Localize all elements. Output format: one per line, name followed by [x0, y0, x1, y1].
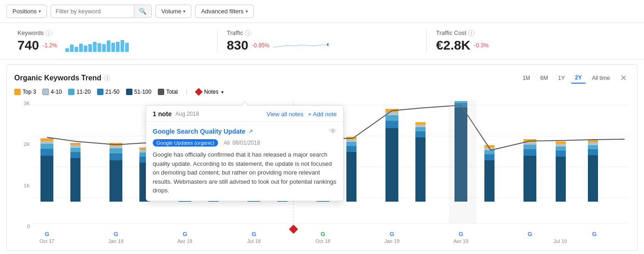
chart-area: 3K 2K 1K 0 [31, 101, 630, 243]
svg-rect-10 [40, 138, 53, 141]
traffic-cost-value-row: €2.8K -0.3% [436, 38, 627, 53]
chart-info-icon[interactable]: i [104, 75, 110, 81]
note-popup-header: 1 note Aug 2018 View all notes + Add not… [146, 106, 343, 122]
svg-rect-69 [415, 137, 426, 202]
bar-2 [70, 143, 80, 202]
svg-rect-31 [385, 128, 398, 202]
keywords-change: -1.2% [43, 42, 57, 49]
google-icon-9: G [592, 231, 597, 237]
svg-rect-64 [346, 152, 356, 202]
svg-rect-32 [385, 121, 398, 128]
spark-bar [102, 44, 106, 52]
bar-jul19 [523, 139, 536, 202]
advanced-filters-chevron-icon: ▾ [246, 9, 248, 14]
note-title[interactable]: Google Search Quality Update [153, 128, 246, 135]
time-btn-2y[interactable]: 2Y [571, 73, 586, 84]
chart-time-controls: 1M 6M 1Y 2Y All time [519, 73, 614, 84]
legend-top3[interactable]: Top 3 [14, 89, 36, 95]
traffic-cost-label-row: Traffic Cost i [436, 29, 627, 36]
traffic-value-row: 830 -0.95% [227, 38, 417, 53]
svg-rect-12 [109, 153, 122, 160]
note-popup-date: Aug 2018 [175, 111, 199, 117]
spark-bar [107, 40, 110, 52]
legend-4-10-color [42, 89, 49, 95]
keywords-sparkline [65, 39, 129, 52]
svg-rect-79 [556, 157, 566, 202]
google-icon-4: G [252, 231, 256, 237]
legend-4-10[interactable]: 4-10 [42, 89, 62, 95]
svg-rect-88 [588, 140, 598, 142]
svg-rect-67 [346, 139, 356, 142]
spark-bar [111, 43, 115, 52]
advanced-filters-dropdown[interactable]: Advanced filters ▾ [195, 5, 254, 18]
x-label-oct18: Oct 18 [316, 238, 330, 243]
svg-rect-46 [70, 148, 80, 152]
volume-dropdown[interactable]: Volume ▾ [155, 5, 191, 18]
search-button[interactable]: 🔍 [134, 5, 151, 17]
eye-icon[interactable]: 👁 [329, 127, 337, 135]
traffic-cost-info-icon[interactable]: i [468, 30, 475, 36]
search-icon: 🔍 [139, 8, 147, 15]
svg-rect-74 [484, 160, 494, 202]
time-btn-6m[interactable]: 6M [537, 73, 552, 83]
note-diamond-marker[interactable] [289, 225, 298, 234]
external-link-icon[interactable]: ↗ [248, 128, 253, 135]
svg-rect-81 [556, 147, 566, 151]
spark-bar [98, 43, 101, 52]
note-title-row: Google Search Quality Update ↗ 👁 [153, 127, 337, 135]
spark-bar [84, 45, 87, 52]
note-date: 08/01/2018 [232, 140, 260, 146]
traffic-info-icon[interactable]: i [245, 30, 251, 36]
keywords-label-row: Keywords i [17, 29, 208, 36]
legend-11-20[interactable]: 11-20 [68, 89, 91, 95]
time-btn-1y[interactable]: 1Y [554, 73, 569, 83]
apr19-shade [449, 101, 477, 224]
add-note-link[interactable]: + Add note [308, 111, 337, 118]
y-axis: 3K 2K 1K 0 [14, 101, 30, 229]
volume-chevron-icon: ▾ [183, 9, 185, 14]
close-button[interactable]: ✕ [617, 72, 630, 84]
legend-11-20-color [68, 89, 75, 95]
svg-rect-70 [415, 131, 426, 137]
traffic-cost-value: €2.8K [436, 38, 471, 53]
y-label-1k: 1K [14, 183, 30, 188]
positions-dropdown[interactable]: Positions ▾ [6, 5, 47, 18]
note-popup-title-row: 1 note Aug 2018 [153, 110, 199, 118]
view-all-notes-link[interactable]: View all notes [266, 111, 303, 118]
spark-bar [88, 44, 92, 52]
spark-bar [65, 48, 69, 52]
time-btn-alltime[interactable]: All time [588, 73, 614, 83]
svg-rect-86 [588, 145, 598, 149]
legend-51-100[interactable]: 51-100 [126, 89, 151, 95]
note-popup-actions: View all notes + Add note [266, 111, 337, 118]
keyword-filter-input[interactable] [51, 5, 134, 17]
bar-10 [588, 140, 598, 202]
traffic-metric: Traffic i 830 -0.95% [217, 29, 426, 53]
chart-legend: Top 3 4-10 11-20 21-50 51-100 Total | No… [14, 89, 630, 95]
spark-bar [93, 42, 97, 52]
legend-51-100-label: 51-100 [134, 89, 151, 95]
note-tag: Google Updates (organic) [153, 139, 218, 147]
svg-rect-82 [556, 144, 566, 147]
bar-6 [346, 137, 356, 202]
legend-top3-color [14, 89, 21, 95]
legend-total-color [158, 89, 164, 95]
time-btn-1m[interactable]: 1M [519, 73, 534, 83]
svg-rect-33 [385, 115, 398, 121]
chart-header: Organic Keywords Trend i 1M 6M 1Y 2Y All… [14, 72, 630, 84]
svg-rect-71 [415, 127, 426, 131]
legend-21-50-color [97, 89, 104, 95]
keywords-metric: Keywords i 740 -1.2% [8, 29, 217, 53]
legend-notes[interactable]: Notes ▾ [196, 89, 224, 95]
legend-21-50[interactable]: 21-50 [97, 89, 120, 95]
note-popup-body: Google Search Quality Update ↗ 👁 Google … [146, 122, 343, 201]
toolbar: Positions ▾ 🔍 Volume ▾ Advanced filters … [0, 0, 644, 23]
svg-rect-6 [40, 156, 53, 202]
google-icon-7: G [459, 231, 463, 237]
chart-title: Organic Keywords Trend i [14, 74, 110, 82]
legend-total[interactable]: Total [158, 89, 178, 95]
bar-9 [556, 141, 566, 202]
positions-chevron-icon: ▾ [39, 9, 41, 14]
keywords-info-icon[interactable]: i [46, 30, 52, 36]
svg-rect-39 [523, 156, 536, 202]
